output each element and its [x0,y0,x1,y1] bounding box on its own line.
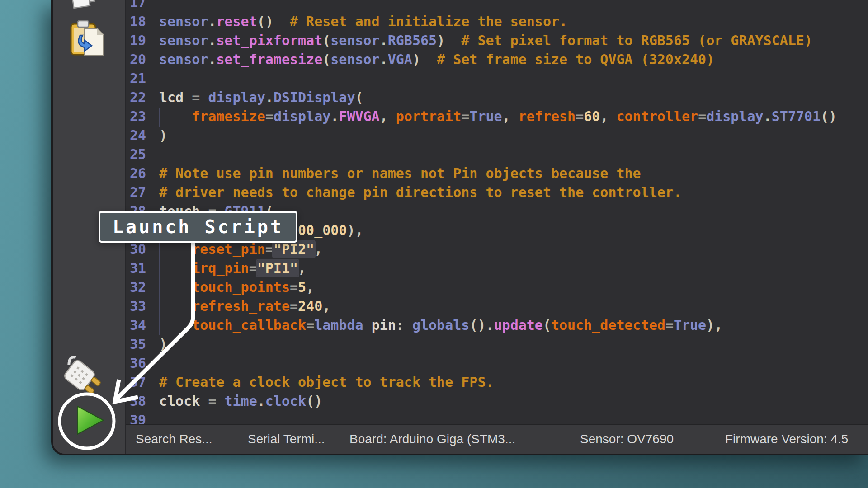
code-line-35[interactable]: 35) [130,335,167,354]
code-text: sensor.set_pixformat(sensor.RGB565) # Se… [159,33,812,48]
status-bar: Search Res...Serial Termi...Board: Ardui… [125,424,868,454]
tab-serial-terminal[interactable]: Serial Termi... [248,432,325,446]
code-text: # driver needs to change pin directions … [159,184,682,200]
code-text: reset_pin="PI2", [159,241,322,257]
desktop-background: 1718sensor.reset() # Reset and initializ… [0,0,868,488]
code-line-30[interactable]: 30 reset_pin="PI2", [130,240,322,259]
status-board: Board: Arduino Giga (STM3... [349,432,515,446]
launch-script-tooltip: Launch Script [99,211,297,243]
copy-icon [70,0,100,14]
line-number: 30 [130,240,146,259]
line-number: 37 [130,373,146,392]
code-line-24[interactable]: 24) [130,126,167,145]
connect-button[interactable] [61,356,111,408]
line-number: 35 [130,335,146,354]
code-text: ) [159,127,167,143]
code-text: # Create a clock object to track the FPS… [159,374,494,390]
line-number: 25 [130,145,146,164]
code-line-20[interactable]: 20sensor.set_framesize(sensor.VGA) # Set… [130,50,714,69]
status-sensor: Sensor: OV7690 [580,432,674,446]
code-text: sensor.reset() # Reset and initialize th… [159,14,567,29]
code-line-23[interactable]: 23 framesize=display.FWVGA, portrait=Tru… [130,107,837,126]
play-icon [75,405,105,435]
code-text: touch_callback=lambda pin: globals().upd… [159,317,722,333]
tooltip-label: Launch Script [113,216,283,237]
line-number: 34 [130,316,146,335]
line-number: 17 [130,0,146,12]
copy-button[interactable] [70,0,100,16]
paste-icon [69,20,107,58]
code-text: touch_points=5, [159,279,314,295]
code-line-38[interactable]: 38clock = time.clock() [130,392,322,411]
line-number: 32 [130,278,146,297]
code-text: lcd = display.DSIDisplay( [159,89,363,105]
code-line-33[interactable]: 33 refresh_rate=240, [130,297,330,316]
line-number: 20 [130,50,146,69]
code-line-17[interactable]: 17 [130,0,159,12]
line-number: 18 [130,12,146,31]
line-number: 27 [130,183,146,202]
paste-button[interactable] [69,20,107,60]
code-line-37[interactable]: 37# Create a clock object to track the F… [130,373,494,392]
code-line-26[interactable]: 26# Note use pin numbers or names not Pi… [130,164,641,183]
code-text: sensor.set_framesize(sensor.VGA) # Set f… [159,52,714,67]
code-text: # Note use pin numbers or names not Pin … [159,165,641,181]
code-line-27[interactable]: 27# driver needs to change pin direction… [130,183,682,202]
status-firmware: Firmware Version: 4.5 [725,432,848,446]
code-text: clock = time.clock() [159,393,322,409]
tab-search-results[interactable]: Search Res... [136,432,212,446]
line-number: 38 [130,392,146,411]
code-line-31[interactable]: 31 irq_pin="PI1", [130,259,306,278]
code-text: refresh_rate=240, [159,298,330,314]
line-number: 33 [130,297,146,316]
line-number: 36 [130,354,146,373]
line-number: 19 [130,31,146,50]
code-text: irq_pin="PI1", [159,260,306,276]
start-script-button[interactable] [75,405,105,437]
code-line-18[interactable]: 18sensor.reset() # Reset and initialize … [130,12,567,31]
line-number: 23 [130,107,146,126]
plug-icon [61,356,111,406]
line-number: 26 [130,164,146,183]
code-line-32[interactable]: 32 touch_points=5, [130,278,314,297]
line-number: 24 [130,126,146,145]
code-line-34[interactable]: 34 touch_callback=lambda pin: globals().… [130,316,722,335]
line-number: 31 [130,259,146,278]
code-line-19[interactable]: 19sensor.set_pixformat(sensor.RGB565) # … [130,31,812,50]
code-line-21[interactable]: 21 [130,69,159,88]
code-text: framesize=display.FWVGA, portrait=True, … [159,108,837,124]
code-line-36[interactable]: 36 [130,354,159,373]
code-text: ) [159,336,167,352]
code-line-25[interactable]: 25 [130,145,159,164]
line-number: 21 [130,69,146,88]
code-line-22[interactable]: 22lcd = display.DSIDisplay( [130,88,363,107]
line-number: 22 [130,88,146,107]
